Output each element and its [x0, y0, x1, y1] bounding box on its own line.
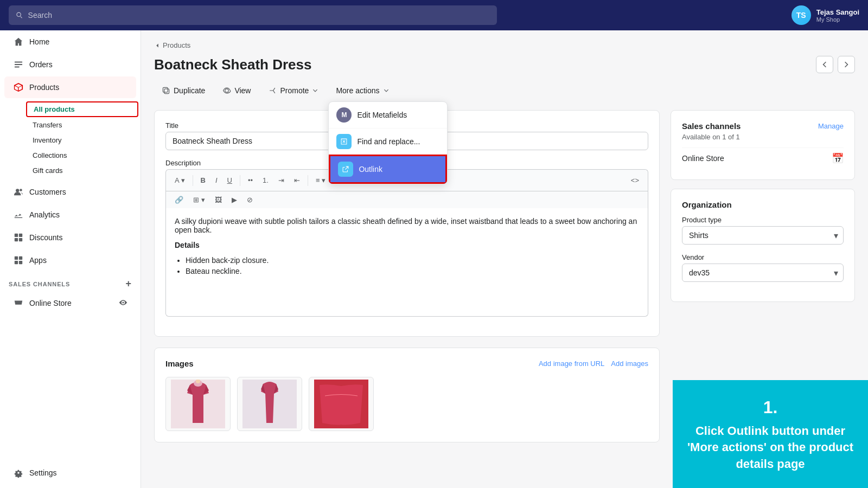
product-image-3[interactable] [309, 377, 374, 431]
organization-title: Organization [682, 200, 844, 209]
home-icon [13, 36, 24, 47]
sidebar-item-home[interactable]: Home [4, 31, 136, 53]
sidebar-sub-item-all-products[interactable]: All products [26, 101, 138, 117]
chevron-right-icon [842, 60, 851, 69]
sidebar-item-discounts[interactable]: Discounts [4, 227, 136, 248]
duplicate-label: Duplicate [174, 86, 205, 95]
vendor-label: Vendor [682, 253, 844, 261]
add-image-url-link[interactable]: Add image from URL [539, 359, 604, 368]
sidebar-item-settings[interactable]: Settings [4, 462, 136, 484]
search-icon [15, 11, 24, 20]
visibility-icon[interactable] [119, 298, 127, 309]
toolbar-italic-btn[interactable]: I [211, 174, 222, 187]
page-title: Boatneck Sheath Dress [154, 56, 311, 73]
toolbar-outdent-btn[interactable]: ⇤ [290, 174, 304, 187]
svg-point-3 [16, 189, 19, 192]
toolbar-heading-btn[interactable]: A ▾ [170, 174, 189, 187]
outlink-label: Outlink [359, 165, 382, 174]
sales-channels-card: Sales channels Manage Available on 1 of … [671, 110, 855, 180]
manage-link[interactable]: Manage [818, 122, 844, 130]
svg-rect-0 [15, 62, 22, 63]
toolbar-block-btn[interactable]: ⊘ [242, 194, 257, 206]
sidebar-item-customers[interactable]: Customers [4, 181, 136, 203]
view-button[interactable]: View [215, 82, 258, 99]
prev-product-button[interactable] [816, 56, 833, 73]
products-label: Products [29, 83, 59, 92]
svg-rect-6 [19, 234, 22, 237]
product-image-1[interactable] [165, 377, 231, 431]
more-actions-container: More actions M Edit Metafields Find and … [328, 82, 397, 99]
toolbar-ol-btn[interactable]: 1. [258, 174, 273, 187]
product-type-select[interactable]: Shirts [682, 226, 844, 245]
toolbar-image-btn[interactable]: 🖼 [210, 194, 226, 206]
online-store-label: Online Store [29, 299, 72, 307]
top-navigation: TS Tejas Sangoi My Shop [0, 0, 868, 30]
toolbar-source-btn[interactable]: <> [627, 174, 643, 187]
images-card: Images Add image from URL Add images [154, 348, 660, 442]
vendor-input[interactable] [682, 264, 844, 282]
metafields-icon: M [336, 107, 352, 123]
toolbar-table-btn[interactable]: ⊞ ▾ [189, 194, 209, 206]
settings-icon [13, 467, 24, 478]
svg-rect-11 [15, 261, 18, 264]
customers-label: Customers [29, 188, 66, 196]
apps-label: Apps [29, 256, 47, 265]
calendar-icon[interactable]: 📅 [832, 152, 844, 164]
home-label: Home [29, 37, 49, 46]
add-sales-channel-icon[interactable]: + [126, 278, 132, 290]
svg-rect-14 [163, 87, 168, 92]
outlink-icon [338, 162, 353, 177]
user-name: Tejas Sangoi [816, 8, 859, 16]
svg-rect-8 [19, 238, 22, 241]
sidebar-sub-item-collections[interactable]: Collections [26, 148, 138, 163]
discounts-icon [13, 232, 24, 243]
promote-button[interactable]: Promote [260, 82, 326, 99]
sidebar-item-products[interactable]: Products [4, 76, 136, 98]
toolbar-sep-1 [193, 175, 193, 186]
dropdown-item-outlink[interactable]: Outlink [329, 155, 447, 184]
add-images-link[interactable]: Add images [611, 359, 648, 368]
toolbar-bold-btn[interactable]: B [196, 174, 210, 187]
dress-svg-1 [171, 380, 225, 428]
discounts-label: Discounts [29, 233, 62, 242]
sidebar-sub-item-transfers[interactable]: Transfers [26, 118, 138, 132]
tooltip-number: 1. [686, 395, 855, 420]
promote-chevron-icon [312, 87, 318, 94]
sidebar-item-online-store[interactable]: Online Store [4, 292, 136, 314]
sidebar-sub-item-gift-cards[interactable]: Gift cards [26, 163, 138, 178]
dropdown-item-find-replace[interactable]: Find and replace... [329, 128, 447, 155]
more-actions-button[interactable]: More actions [328, 82, 397, 99]
vendor-select-wrapper: ▾ [682, 264, 844, 282]
dropdown-item-edit-metafields[interactable]: M Edit Metafields [329, 102, 447, 128]
search-bar[interactable] [9, 5, 497, 25]
toolbar-video-btn[interactable]: ▶ [227, 194, 241, 206]
avatar: TS [792, 5, 811, 25]
toolbar-link-btn[interactable]: 🔗 [170, 194, 188, 206]
promote-icon [268, 86, 277, 95]
duplicate-button[interactable]: Duplicate [154, 82, 213, 99]
vendor-group: Vendor ▾ [682, 253, 844, 282]
find-replace-label: Find and replace... [357, 137, 420, 146]
search-input[interactable] [28, 11, 490, 20]
product-image-2[interactable] [237, 377, 302, 431]
tooltip-overlay: 1. Click Outlink button under 'More acti… [673, 380, 868, 488]
sidebar-item-orders[interactable]: Orders [4, 54, 136, 75]
svg-rect-10 [19, 256, 22, 260]
breadcrumb-link[interactable]: Products [163, 41, 190, 49]
toolbar-indent-btn[interactable]: ⇥ [274, 174, 289, 187]
sales-channels-title: Sales channels [682, 121, 741, 131]
chevron-left-breadcrumb-icon [154, 42, 161, 49]
user-shop: My Shop [816, 16, 859, 23]
toolbar-align-btn[interactable]: ≡ ▾ [311, 174, 330, 187]
sales-channels-header: Sales channels Manage [682, 121, 844, 131]
toolbar-underline-btn[interactable]: U [223, 174, 237, 187]
toolbar-sep-2 [240, 175, 240, 186]
next-product-button[interactable] [838, 56, 855, 73]
description-editor[interactable]: A silky dupioni weave with subtle polish… [165, 208, 648, 317]
sidebar-item-analytics[interactable]: Analytics [4, 204, 136, 226]
sidebar-sub-item-inventory[interactable]: Inventory [26, 133, 138, 147]
svg-rect-12 [19, 261, 22, 264]
toolbar-ul-btn[interactable]: •• [244, 174, 257, 187]
sidebar-item-apps[interactable]: Apps [4, 249, 136, 271]
products-icon [13, 82, 24, 93]
